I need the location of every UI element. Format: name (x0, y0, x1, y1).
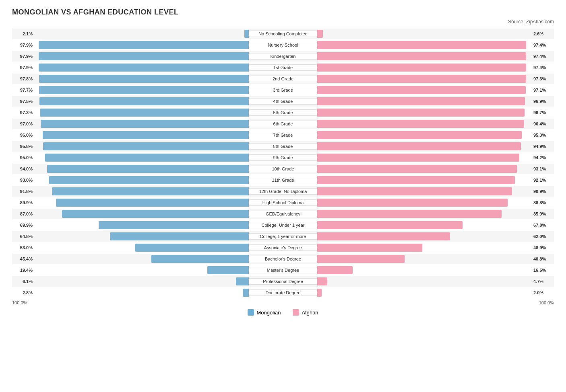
category-label: 3rd Grade (249, 87, 317, 93)
category-label: 1st Grade (249, 64, 317, 71)
left-bar-area (34, 85, 249, 95)
left-value: 2.1% (12, 31, 34, 36)
table-row: 97.7% 3rd Grade 97.1% (12, 85, 554, 95)
afghan-bar (317, 30, 323, 38)
right-value: 96.7% (532, 110, 554, 115)
afghan-bar (317, 199, 508, 207)
right-bar-area (317, 29, 532, 39)
left-bar-area (34, 51, 249, 62)
afghan-bar (317, 277, 327, 285)
axis-left-label: 100.0% (12, 300, 27, 305)
table-row: 19.4% Master's Degree 16.5% (12, 265, 554, 275)
afghan-bar (317, 266, 353, 274)
left-bar-area (34, 276, 249, 287)
category-label: Professional Degree (249, 278, 317, 285)
mongolian-bar (43, 142, 249, 150)
mongolian-label: Mongolian (256, 310, 281, 316)
right-value: 4.7% (532, 279, 554, 284)
right-value: 95.3% (532, 133, 554, 138)
table-row: 69.9% College, Under 1 year 67.8% (12, 220, 554, 230)
table-row: 95.8% 8th Grade 94.9% (12, 141, 554, 152)
left-value: 97.0% (12, 121, 34, 126)
category-label: GED/Equivalency (249, 211, 317, 217)
mongolian-bar (52, 187, 249, 195)
left-bar-area (34, 40, 249, 50)
right-bar-area (317, 85, 532, 95)
mongolian-bar (45, 154, 249, 162)
legend-afghan: Afghan (293, 309, 318, 316)
right-value: 62.0% (532, 234, 554, 239)
left-bar-area (34, 74, 249, 84)
category-label: Doctorate Degree (249, 289, 317, 296)
mongolian-bar (62, 210, 249, 218)
afghan-color-box (293, 309, 299, 316)
left-bar-area (34, 107, 249, 118)
left-bar-area (34, 265, 249, 275)
right-bar-area (317, 254, 532, 264)
afghan-bar (317, 232, 450, 240)
left-bar-area (34, 287, 249, 298)
table-row: 96.0% 7th Grade 95.3% (12, 130, 554, 140)
right-bar-area (317, 130, 532, 140)
left-bar-area (34, 220, 249, 230)
table-row: 97.3% 5th Grade 96.7% (12, 107, 554, 118)
left-bar-area (34, 119, 249, 129)
afghan-label: Afghan (302, 310, 318, 316)
mongolian-bar (40, 109, 249, 117)
legend: Mongolian Afghan (12, 309, 554, 316)
right-bar-area (317, 96, 532, 107)
table-row: 97.5% 4th Grade 96.9% (12, 96, 554, 107)
table-row: 93.0% 11th Grade 92.1% (12, 175, 554, 185)
table-row: 64.8% College, 1 year or more 62.0% (12, 231, 554, 242)
category-label: Associate's Degree (249, 244, 317, 251)
category-label: Kindergarten (249, 53, 317, 60)
right-bar-area (317, 220, 532, 230)
right-value: 94.9% (532, 144, 554, 149)
right-bar-area (317, 141, 532, 152)
right-bar-area (317, 209, 532, 219)
left-value: 97.7% (12, 88, 34, 92)
right-value: 88.8% (532, 200, 554, 205)
left-value: 89.9% (12, 200, 34, 205)
right-value: 97.4% (532, 43, 554, 47)
right-value: 97.3% (532, 76, 554, 81)
right-value: 40.8% (532, 257, 554, 261)
afghan-bar (317, 41, 526, 49)
afghan-bar (317, 210, 502, 218)
left-bar-area (34, 152, 249, 163)
left-value: 97.3% (12, 110, 34, 115)
left-bar-area (34, 186, 249, 197)
left-bar-area (34, 197, 249, 208)
left-value: 97.8% (12, 76, 34, 81)
left-value: 19.4% (12, 268, 34, 273)
left-bar-area (34, 231, 249, 242)
mongolian-bar (244, 30, 249, 38)
right-value: 67.8% (532, 223, 554, 228)
left-bar-area (34, 96, 249, 107)
chart-title: MONGOLIAN VS AFGHAN EDUCATION LEVEL (12, 8, 554, 16)
mongolian-bar (56, 199, 249, 207)
chart-container: 2.1% No Schooling Completed 2.6% 97.9% N… (12, 29, 554, 316)
category-label: 11th Grade (249, 177, 317, 183)
table-row: 45.4% Bachelor's Degree 40.8% (12, 254, 554, 264)
category-label: 4th Grade (249, 98, 317, 105)
mongolian-bar (243, 289, 249, 297)
right-bar-area (317, 186, 532, 197)
afghan-bar (317, 244, 422, 252)
mongolian-bar (39, 41, 249, 49)
right-value: 92.1% (532, 178, 554, 183)
right-value: 96.9% (532, 99, 554, 104)
category-label: 8th Grade (249, 143, 317, 150)
table-row: 87.0% GED/Equivalency 85.9% (12, 209, 554, 219)
left-bar-area (34, 209, 249, 219)
category-label: 9th Grade (249, 154, 317, 161)
left-value: 45.4% (12, 257, 34, 261)
right-bar-area (317, 51, 532, 62)
category-label: 12th Grade, No Diploma (249, 188, 317, 195)
afghan-bar (317, 64, 526, 72)
category-label: Nursery School (249, 42, 317, 48)
mongolian-bar (99, 221, 249, 229)
mongolian-bar (110, 232, 249, 240)
table-row: 97.9% 1st Grade 97.4% (12, 62, 554, 73)
table-row: 89.9% High School Diploma 88.8% (12, 197, 554, 208)
